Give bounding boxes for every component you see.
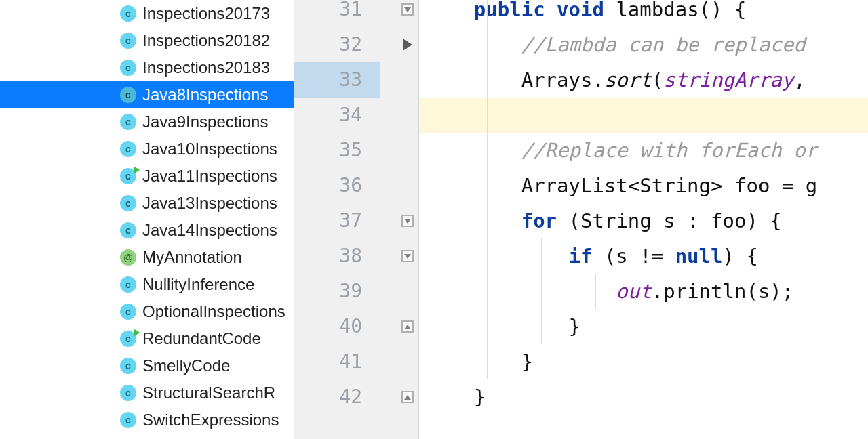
runnable-marker-icon	[134, 166, 140, 174]
tree-item-label: Java9Inspections	[142, 112, 268, 131]
code-line-41[interactable]: }	[419, 344, 868, 379]
tree-item-java11inspections[interactable]: c Java11Inspections	[0, 163, 294, 190]
line-number[interactable]: 41	[294, 344, 380, 379]
class-icon: c	[120, 304, 136, 320]
code-line-42[interactable]: }	[419, 379, 868, 415]
tree-item-java13inspections[interactable]: c Java13Inspections	[0, 190, 294, 217]
code-line-33[interactable]: Arrays.sort(stringArray,	[419, 62, 868, 98]
line-number[interactable]: 32	[294, 27, 380, 62]
code-line-32[interactable]: //Lambda can be replaced	[419, 27, 868, 62]
code-line-34[interactable]	[419, 98, 868, 133]
tree-item-inspections20182[interactable]: c Inspections20182	[0, 27, 294, 54]
code-line-35[interactable]: //Replace with forEach or	[419, 133, 868, 168]
run-gutter-icon[interactable]	[403, 39, 412, 51]
tree-item-label: Inspections20173	[142, 4, 270, 23]
tree-item-nullityinference[interactable]: c NullityInference	[0, 271, 294, 298]
line-number[interactable]: 39	[294, 274, 380, 309]
fold-collapse-icon[interactable]	[401, 3, 414, 16]
tree-item-label: NullityInference	[142, 275, 254, 294]
class-runnable-icon: c	[120, 331, 136, 347]
tree-item-label: OptionalInspections	[142, 302, 285, 321]
tree-item-structuralsearchr[interactable]: c StructuralSearchR	[0, 379, 294, 406]
tree-item-java8inspections[interactable]: c Java8Inspections	[0, 81, 294, 108]
class-icon: c	[120, 87, 136, 103]
class-icon: c	[120, 33, 136, 49]
fold-expand-icon[interactable]	[401, 320, 414, 333]
tree-item-label: Java13Inspections	[142, 194, 277, 213]
tree-item-redundantcode[interactable]: c RedundantCode	[0, 325, 294, 352]
tree-item-label: SmellyCode	[142, 356, 230, 375]
tree-item-label: Java8Inspections	[142, 85, 268, 104]
line-number[interactable]: 35	[294, 133, 380, 168]
class-icon: c	[120, 276, 136, 293]
class-runnable-icon: c	[120, 168, 136, 184]
code-line-39[interactable]: out.println(s);	[419, 274, 868, 309]
project-tree: c Inspections20173 c Inspections20182 c …	[0, 0, 294, 439]
fold-expand-icon[interactable]	[401, 391, 414, 403]
tree-item-label: SwitchExpressions	[142, 411, 279, 430]
tree-item-label: Java10Inspections	[142, 140, 277, 159]
runnable-marker-icon	[134, 329, 140, 337]
tree-item-optionalinspections[interactable]: c OptionalInspections	[0, 298, 294, 325]
tree-item-label: Inspections20183	[142, 58, 270, 77]
tree-item-java9inspections[interactable]: c Java9Inspections	[0, 108, 294, 135]
line-number[interactable]: 31	[294, 0, 380, 27]
tree-item-label: Java14Inspections	[142, 221, 277, 240]
tree-item-java10inspections[interactable]: c Java10Inspections	[0, 135, 294, 163]
fold-collapse-icon[interactable]	[401, 215, 414, 227]
editor-gutter: 31 32 33 34 35 36 37 38 39 40 41 42	[294, 0, 419, 439]
class-icon: c	[120, 141, 136, 157]
tree-item-label: MyAnnotation	[142, 248, 242, 267]
line-number[interactable]: 37	[294, 203, 380, 238]
line-number[interactable]: 38	[294, 238, 380, 274]
class-icon: c	[120, 195, 136, 211]
code-line-40[interactable]: }	[419, 309, 868, 344]
code-line-36[interactable]: ArrayList<String> foo = g	[419, 168, 868, 203]
class-icon: c	[120, 222, 136, 238]
annotation-icon: @	[120, 249, 136, 266]
code-line-31[interactable]: public void lambdas() {	[419, 0, 868, 27]
code-line-38[interactable]: if (s != null) {	[419, 238, 868, 274]
line-number[interactable]: 34	[294, 98, 380, 133]
line-number[interactable]: 36	[294, 168, 380, 203]
gutter-icons-column	[397, 0, 418, 415]
tree-item-inspections20183[interactable]: c Inspections20183	[0, 54, 294, 81]
tree-item-label: RedundantCode	[142, 329, 261, 348]
line-number[interactable]: 42	[294, 379, 380, 415]
class-icon: c	[120, 60, 136, 76]
class-icon: c	[120, 358, 136, 374]
class-icon: c	[120, 412, 136, 428]
line-number[interactable]: 33	[294, 62, 380, 98]
line-number[interactable]: 40	[294, 309, 380, 344]
tree-item-label: StructuralSearchR	[142, 383, 275, 402]
class-icon: c	[120, 5, 136, 22]
code-line-37[interactable]: for (String s : foo) {	[419, 203, 868, 238]
class-icon: c	[120, 114, 136, 130]
tree-item-java14inspections[interactable]: c Java14Inspections	[0, 217, 294, 244]
code-editor[interactable]: public void lambdas() { //Lambda can be …	[419, 0, 868, 439]
line-numbers: 31 32 33 34 35 36 37 38 39 40 41 42	[294, 0, 380, 415]
tree-item-switchexpressions[interactable]: c SwitchExpressions	[0, 406, 294, 434]
class-icon: c	[120, 385, 136, 401]
tree-item-myannotation[interactable]: @ MyAnnotation	[0, 244, 294, 271]
tree-item-label: Java11Inspections	[142, 167, 277, 186]
tree-item-label: Inspections20182	[142, 31, 270, 50]
tree-item-smellycode[interactable]: c SmellyCode	[0, 352, 294, 379]
tree-item-inspections20173[interactable]: c Inspections20173	[0, 0, 294, 27]
fold-collapse-icon[interactable]	[401, 250, 414, 262]
